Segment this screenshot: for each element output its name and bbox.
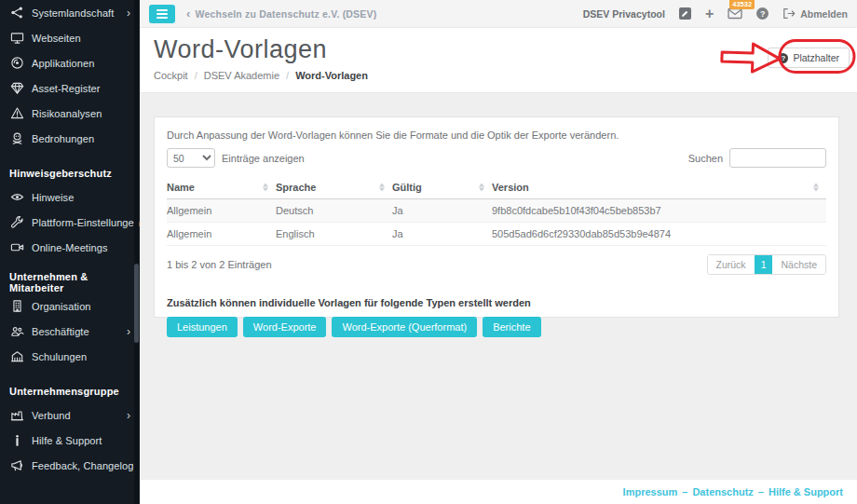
column-header-sprache[interactable]: Sprache xyxy=(276,176,392,199)
column-header-version[interactable]: Version xyxy=(492,176,826,199)
switch-company-link[interactable]: ‹ Wechseln zu Datenschutz e.V. (DSEV) xyxy=(186,7,376,20)
column-header-name[interactable]: Name xyxy=(167,176,276,199)
cell-sprache: Englisch xyxy=(276,223,392,246)
sidebar-item-beschaeftigte[interactable]: Beschäftigte › xyxy=(0,319,140,344)
word-exporte-querformat-button[interactable]: Word-Exporte (Querformat) xyxy=(332,317,477,337)
sidebar-item-label: Risikoanalysen xyxy=(32,108,102,119)
product-name: DSEV Privacytool xyxy=(583,8,665,20)
logout-button[interactable]: Abmelden xyxy=(782,7,848,20)
table-footer: 1 bis 2 von 2 Einträgen Zurück 1 Nächste xyxy=(167,254,826,275)
platzhalter-button-label: Platzhalter xyxy=(793,52,839,63)
chevron-right-icon: › xyxy=(127,7,130,19)
sidebar-scrollbar-thumb[interactable] xyxy=(134,264,139,343)
sidebar: Systemlandschaft › Webseiten Applikation… xyxy=(0,0,140,504)
disc-icon xyxy=(9,56,25,70)
hamburger-icon xyxy=(156,9,168,11)
edit-icon xyxy=(679,7,691,20)
megaphone-icon xyxy=(9,458,25,472)
sidebar-item-label: Asset-Register xyxy=(32,83,101,94)
chevron-left-icon: ‹ xyxy=(186,7,191,20)
sidebar-item-label: Feedback, Changelog xyxy=(32,460,134,471)
notification-badge: 43532 xyxy=(729,0,755,9)
sidebar-item-organisation[interactable]: Organisation xyxy=(0,293,140,319)
sidebar-item-risikoanalysen[interactable]: Risikoanalysen xyxy=(0,101,140,126)
column-header-gueltig[interactable]: Gültig xyxy=(392,176,492,199)
breadcrumb-separator: / xyxy=(195,70,197,81)
wrench-icon xyxy=(9,215,25,229)
breadcrumb-current: Word-Vorlagen xyxy=(295,70,368,81)
sidebar-item-plattform-einstellungen[interactable]: Plattform-Einstellungen xyxy=(0,210,140,235)
footer-separator: – xyxy=(682,486,687,497)
sidebar-item-schulungen[interactable]: Schulungen xyxy=(0,344,140,369)
footer-link-impressum[interactable]: Impressum xyxy=(623,486,678,497)
menu-toggle-button[interactable] xyxy=(149,5,175,23)
extra-templates-heading: Zusätzlich können individuelle Vorlagen … xyxy=(167,297,826,308)
pagination-prev-button[interactable]: Zurück xyxy=(708,255,755,274)
sidebar-item-label: Verbund xyxy=(32,410,71,421)
breadcrumb-cockpit[interactable]: Cockpit xyxy=(154,70,188,81)
sidebar-item-webseiten[interactable]: Webseiten xyxy=(0,25,140,50)
word-vorlagen-card: Durch Anpassung der Word-Vorlagen können… xyxy=(154,116,839,318)
sidebar-item-verbund[interactable]: Verbund › xyxy=(0,402,140,428)
table-info: 1 bis 2 von 2 Einträgen xyxy=(167,259,272,270)
template-link[interactable]: Allgemein xyxy=(167,223,276,246)
sidebar-scrollbar-track xyxy=(134,0,139,504)
sidebar-item-hinweise[interactable]: Hinweise xyxy=(0,184,140,210)
pagination-next-button[interactable]: Nächste xyxy=(772,255,825,274)
sidebar-item-hilfe-support[interactable]: Hilfe & Support xyxy=(0,428,140,453)
template-link[interactable]: Allgemein xyxy=(167,199,276,223)
edit-button[interactable] xyxy=(679,7,691,20)
leistungen-button[interactable]: Leistungen xyxy=(167,317,238,337)
plus-icon: + xyxy=(705,7,714,21)
pagination-page-1-button[interactable]: 1 xyxy=(755,255,773,274)
breadcrumb-dsev-akademie[interactable]: DSEV Akademie xyxy=(204,70,279,81)
sidebar-item-online-meetings[interactable]: Online-Meetings xyxy=(0,235,140,260)
messages-button[interactable]: 43532 xyxy=(728,7,742,20)
sidebar-item-label: Systemlandschaft xyxy=(32,7,114,19)
sidebar-item-label: Bedrohungen xyxy=(32,133,94,144)
add-button[interactable]: + xyxy=(705,7,714,21)
sidebar-item-label: Hinweise xyxy=(32,192,74,203)
sidebar-section-unternehmensgruppe: Unternehmensgruppe xyxy=(9,382,140,401)
sort-icon[interactable] xyxy=(479,184,484,192)
templates-table: Name Sprache Gültig Version Allgemein De… xyxy=(167,176,826,246)
sidebar-item-systemlandschaft[interactable]: Systemlandschaft › xyxy=(0,0,140,25)
sort-icon[interactable] xyxy=(379,184,385,192)
info-icon xyxy=(9,433,25,447)
word-exporte-button[interactable]: Word-Exporte xyxy=(243,317,327,337)
pagination: Zurück 1 Nächste xyxy=(707,254,826,275)
page-header: Word-Vorlagen Cockpit / DSEV Akademie / … xyxy=(140,28,857,93)
chevron-right-icon: › xyxy=(127,410,130,421)
topbar: ‹ Wechseln zu Datenschutz e.V. (DSEV) DS… xyxy=(140,0,857,28)
sidebar-item-asset-register[interactable]: Asset-Register xyxy=(0,75,140,101)
sidebar-item-label: Online-Meetings xyxy=(32,242,108,253)
skull-icon xyxy=(9,131,25,145)
footer-link-hilfe-support[interactable]: Hilfe & Support xyxy=(769,486,843,497)
sidebar-item-label: Applikationen xyxy=(32,58,94,69)
help-button[interactable]: ? xyxy=(756,7,769,20)
sidebar-item-applikationen[interactable]: Applikationen xyxy=(0,50,140,75)
cell-sprache: Deutsch xyxy=(276,199,392,223)
school-icon xyxy=(9,349,25,363)
sidebar-section-unternehmen-mitarbeiter: Unternehmen & Mitarbeiter xyxy=(9,273,140,292)
switch-company-label: Wechseln zu Datenschutz e.V. (DSEV) xyxy=(196,8,377,20)
sidebar-item-label: Organisation xyxy=(32,301,91,312)
sidebar-item-feedback-changelog[interactable]: Feedback, Changelog xyxy=(0,453,140,478)
search-input[interactable] xyxy=(729,148,826,168)
table-controls: 50 Einträge anzeigen Suchen xyxy=(167,148,826,168)
platzhalter-button[interactable]: ? Platzhalter xyxy=(768,48,850,68)
footer-link-datenschutz[interactable]: Datenschutz xyxy=(692,486,753,497)
sort-icon[interactable] xyxy=(263,184,268,192)
sidebar-item-bedrohungen[interactable]: Bedrohungen xyxy=(0,126,140,151)
intro-text: Durch Anpassung der Word-Vorlagen können… xyxy=(167,129,826,141)
warning-triangle-icon xyxy=(9,106,25,120)
monitor-icon xyxy=(9,31,25,45)
gem-icon xyxy=(9,81,25,95)
table-row: Allgemein Englisch Ja 505d5ad6d6cf29330d… xyxy=(167,223,826,246)
logout-label: Abmelden xyxy=(800,8,848,20)
sort-icon[interactable] xyxy=(813,184,819,192)
berichte-button[interactable]: Berichte xyxy=(483,317,540,337)
entries-per-page-select[interactable]: 50 xyxy=(167,148,215,168)
footer-separator: – xyxy=(758,486,764,497)
cell-version: 9fb8c0fdcabe5b10f43f04c5beb853b7 xyxy=(492,199,826,223)
